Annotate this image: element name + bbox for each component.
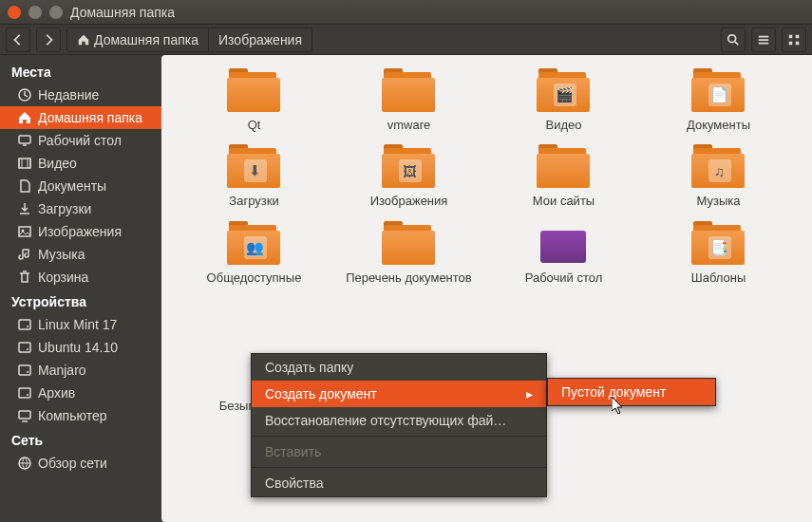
svg-rect-10 (19, 320, 30, 329)
computer-icon (17, 408, 32, 423)
sidebar-item[interactable]: Недавние (0, 84, 169, 106)
svg-rect-12 (19, 343, 30, 352)
maximize-icon[interactable] (49, 6, 63, 19)
folder-item[interactable]: Рабочий стол (490, 219, 637, 286)
context-menu: Создать папку Создать документ ▸ Восстан… (251, 353, 547, 497)
close-icon[interactable] (8, 6, 21, 19)
menu-paste: Вставить (252, 438, 546, 465)
search-button[interactable] (721, 28, 746, 52)
folder-icon (380, 66, 439, 114)
sidebar-item-label: Компьютер (38, 408, 106, 423)
sidebar-item-label: Manjaro (38, 363, 86, 378)
download-icon (17, 201, 32, 216)
view-list-button[interactable] (751, 28, 776, 52)
cursor-icon (612, 397, 625, 416)
sidebar-item[interactable]: Загрузки (0, 197, 169, 220)
folder-item[interactable]: Мои сайты (490, 142, 637, 209)
svg-rect-3 (789, 41, 793, 45)
sidebar-item-label: Музыка (38, 247, 85, 262)
folder-item[interactable]: vmware (335, 66, 482, 133)
folder-item[interactable]: 🎬Видео (490, 66, 637, 133)
window-controls (8, 6, 63, 19)
clock-icon (17, 87, 32, 103)
view-grid-button[interactable] (782, 28, 806, 52)
sidebar-item[interactable]: Обзор сети (0, 452, 169, 475)
folder-item[interactable]: 🖼Изображения (335, 142, 482, 209)
sidebar-item-label: Обзор сети (38, 456, 107, 471)
folder-item[interactable]: ⬇Загрузки (180, 142, 328, 209)
search-icon (727, 33, 740, 47)
item-label: vmware (387, 118, 431, 133)
forward-button[interactable] (36, 28, 61, 52)
home-icon (17, 110, 32, 125)
sidebar-item-label: Рабочий стол (38, 133, 122, 148)
menu-empty-document[interactable]: Пустой документ (548, 379, 715, 405)
sidebar-item-label: Документы (38, 178, 106, 194)
menu-create-folder[interactable]: Создать папку (252, 354, 546, 381)
folder-icon: 🖼 (380, 142, 439, 190)
sidebar-item[interactable]: Корзина (0, 266, 169, 289)
sidebar-item[interactable]: Домашняя папка (0, 106, 169, 129)
folder-item[interactable]: ♫Музыка (645, 142, 792, 209)
folder-item[interactable]: Qt (180, 66, 328, 133)
item-label: Загрузки (229, 194, 278, 209)
chevron-right-icon (42, 33, 55, 47)
folder-icon: 👥 (225, 219, 284, 267)
list-icon (757, 33, 770, 47)
back-button[interactable] (6, 28, 30, 52)
sidebar-item[interactable]: Изображения (0, 220, 169, 243)
sidebar-item-label: Ubuntu 14.10 (38, 340, 118, 355)
context-submenu: Пустой документ (547, 378, 716, 406)
item-label: Музыка (697, 194, 741, 209)
sidebar-item-label: Загрузки (38, 201, 91, 216)
folder-icon: ♫ (689, 142, 748, 190)
sidebar-item-label: Видео (38, 156, 77, 171)
svg-point-0 (728, 34, 736, 42)
titlebar: Домашняя папка (0, 0, 812, 25)
item-label: Qt (248, 118, 261, 133)
breadcrumb-home[interactable]: Домашняя папка (66, 28, 209, 52)
sidebar-item[interactable]: Рабочий стол (0, 129, 169, 152)
net-icon (17, 456, 32, 471)
sidebar-section-header: Устройства (0, 289, 169, 313)
folder-icon: 📑 (689, 219, 748, 267)
sidebar-item[interactable]: Видео (0, 152, 169, 175)
sidebar-item[interactable]: Linux Mint 17 (0, 313, 169, 336)
folder-item[interactable]: Перечень документов (335, 219, 482, 286)
svg-rect-14 (19, 365, 30, 375)
folder-icon (535, 219, 594, 267)
disk-icon (17, 385, 32, 401)
item-label: Мои сайты (533, 194, 595, 209)
folder-item[interactable]: 👥Общедоступные (180, 219, 328, 286)
desktop-icon (17, 133, 32, 148)
sidebar-item-label: Linux Mint 17 (38, 317, 117, 332)
content-pane[interactable]: Qtvmware🎬Видео📄Документы⬇Загрузки🖼Изобра… (169, 55, 812, 522)
sidebar-item-label: Корзина (38, 270, 88, 285)
breadcrumb-current-label: Изображения (218, 32, 302, 47)
sidebar-item[interactable]: Документы (0, 175, 169, 197)
video-icon (17, 156, 32, 171)
svg-rect-1 (789, 34, 793, 38)
svg-rect-6 (19, 136, 30, 143)
menu-properties[interactable]: Свойства (252, 470, 546, 496)
minimize-icon[interactable] (28, 6, 42, 19)
menu-create-document[interactable]: Создать документ ▸ (252, 381, 546, 407)
item-label: Шаблоны (691, 270, 746, 286)
folder-item[interactable]: 📑Шаблоны (645, 219, 792, 286)
sidebar-item[interactable]: Компьютер (0, 404, 169, 427)
sidebar-item[interactable]: Музыка (0, 243, 169, 266)
sidebar-item[interactable]: Ubuntu 14.10 (0, 336, 169, 359)
folder-item[interactable]: 📄Документы (645, 66, 792, 133)
menu-restore-missing[interactable]: Восстановление отсутствующих фай… (252, 407, 546, 434)
svg-point-11 (27, 326, 28, 327)
disk-icon (17, 363, 32, 378)
disk-icon (17, 317, 32, 332)
file-grid: Qtvmware🎬Видео📄Документы⬇Загрузки🖼Изобра… (169, 55, 812, 297)
window-title: Домашняя папка (70, 5, 175, 20)
item-label: Видео (546, 118, 582, 133)
breadcrumb-current[interactable]: Изображения (209, 28, 312, 52)
sidebar-item[interactable]: Архив (0, 382, 169, 404)
item-label: Перечень документов (346, 270, 471, 286)
sidebar-item[interactable]: Manjaro (0, 359, 169, 382)
sidebar-section-header: Места (0, 59, 169, 84)
